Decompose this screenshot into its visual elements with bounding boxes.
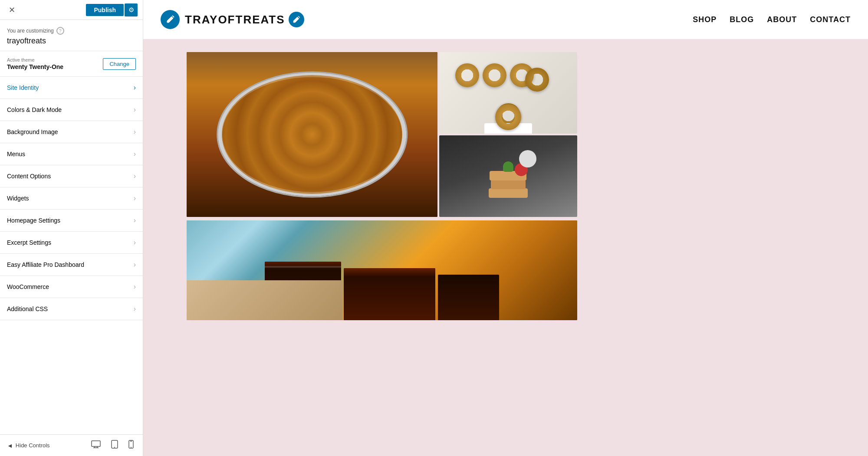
sidebar-item-easy-affiliate-pro-dashboard[interactable]: Easy Affiliate Pro Dashboard › <box>0 254 143 276</box>
sidebar-item-label: Content Options <box>7 173 134 180</box>
theme-section: Active theme Twenty Twenty-One Change <box>0 51 143 77</box>
help-icon[interactable]: ? <box>56 27 64 35</box>
sidebar-item-label: Widgets <box>7 195 134 202</box>
svg-point-7 <box>131 447 132 448</box>
svg-rect-0 <box>92 441 100 446</box>
preview-navigation: TRAYOFTREATS SHOP BLOG ABOUT CONTACT <box>143 0 868 39</box>
sidebar-item-content-options[interactable]: Content Options › <box>0 165 143 187</box>
chevron-right-icon: › <box>134 150 136 158</box>
photo-donuts <box>439 52 577 134</box>
main-navigation: SHOP BLOG ABOUT CONTACT <box>693 15 851 24</box>
sidebar-item-label: Additional CSS <box>7 305 134 312</box>
site-logo[interactable]: TRAYOFTREATS <box>161 10 285 29</box>
site-name: trayoftreats <box>7 36 136 46</box>
change-theme-button[interactable]: Change <box>103 58 136 70</box>
chevron-right-icon: › <box>134 305 136 313</box>
sidebar-item-excerpt-settings[interactable]: Excerpt Settings › <box>0 232 143 254</box>
nav-contact[interactable]: CONTACT <box>810 15 851 24</box>
photo-grid <box>187 52 577 320</box>
customizing-label: You are customizing ? <box>7 27 136 35</box>
theme-info: Active theme Twenty Twenty-One <box>7 57 103 70</box>
sidebar-item-label: WooCommerce <box>7 283 134 290</box>
hide-controls-label: Hide Controls <box>16 442 50 449</box>
nav-shop[interactable]: SHOP <box>693 15 717 24</box>
publish-button[interactable]: Publish <box>86 4 124 16</box>
sidebar-bottom: ◄ Hide Controls <box>0 434 143 456</box>
sidebar-item-site-identity[interactable]: Site Identity › <box>0 77 143 99</box>
logo-icon <box>161 10 180 29</box>
chevron-right-icon: › <box>134 194 136 202</box>
theme-name: Twenty Twenty-One <box>7 63 103 70</box>
customizer-sidebar: ✕ Publish ⚙ You are customizing ? trayof… <box>0 0 143 456</box>
chevron-right-icon: › <box>134 128 136 136</box>
mobile-view-button[interactable] <box>126 439 136 452</box>
sidebar-item-background-image[interactable]: Background Image › <box>0 121 143 143</box>
gear-button[interactable]: ⚙ <box>125 3 138 16</box>
active-theme-label: Active theme <box>7 57 103 62</box>
sidebar-item-colors-dark-mode[interactable]: Colors & Dark Mode › <box>0 99 143 121</box>
edit-logo-button[interactable] <box>289 12 304 27</box>
sidebar-item-label: Site Identity <box>7 84 134 91</box>
close-icon: ✕ <box>9 5 15 15</box>
photo-chocolate-cake <box>187 220 577 320</box>
sidebar-header: ✕ Publish ⚙ <box>0 0 143 20</box>
photo-pie <box>187 52 437 217</box>
tablet-view-button[interactable] <box>109 439 120 452</box>
chevron-right-icon: › <box>134 283 136 291</box>
chevron-right-icon: › <box>134 106 136 114</box>
sidebar-item-label: Easy Affiliate Pro Dashboard <box>7 261 134 268</box>
preview-content <box>143 39 868 456</box>
customizing-section: You are customizing ? trayoftreats <box>0 20 143 51</box>
nav-blog[interactable]: BLOG <box>730 15 754 24</box>
sidebar-item-label: Menus <box>7 151 134 157</box>
nav-about[interactable]: ABOUT <box>767 15 797 24</box>
chevron-right-icon: › <box>134 84 136 92</box>
sidebar-item-additional-css[interactable]: Additional CSS › <box>0 298 143 320</box>
menu-list: Site Identity › Colors & Dark Mode › Bac… <box>0 77 143 434</box>
hide-controls-button[interactable]: ◄ Hide Controls <box>7 442 50 449</box>
customizing-text: You are customizing <box>7 28 54 34</box>
chevron-right-icon: › <box>134 217 136 224</box>
sidebar-item-widgets[interactable]: Widgets › <box>0 187 143 210</box>
sidebar-item-label: Background Image <box>7 128 134 135</box>
logo-text: TRAYOFTREATS <box>185 13 285 26</box>
sidebar-item-homepage-settings[interactable]: Homepage Settings › <box>0 210 143 232</box>
chevron-right-icon: › <box>134 239 136 246</box>
sidebar-item-label: Homepage Settings <box>7 217 134 224</box>
sidebar-item-label: Excerpt Settings <box>7 239 134 246</box>
arrow-left-icon: ◄ <box>7 442 13 449</box>
photo-pancakes <box>439 135 577 217</box>
svg-point-5 <box>114 447 115 448</box>
sidebar-item-label: Colors & Dark Mode <box>7 106 134 113</box>
chevron-right-icon: › <box>134 261 136 269</box>
chevron-right-icon: › <box>134 172 136 180</box>
sidebar-item-woocommerce[interactable]: WooCommerce › <box>0 276 143 298</box>
sidebar-item-menus[interactable]: Menus › <box>0 143 143 165</box>
gear-icon: ⚙ <box>128 6 134 14</box>
site-preview: TRAYOFTREATS SHOP BLOG ABOUT CONTACT <box>143 0 868 456</box>
close-button[interactable]: ✕ <box>5 3 18 16</box>
desktop-view-button[interactable] <box>89 440 103 451</box>
